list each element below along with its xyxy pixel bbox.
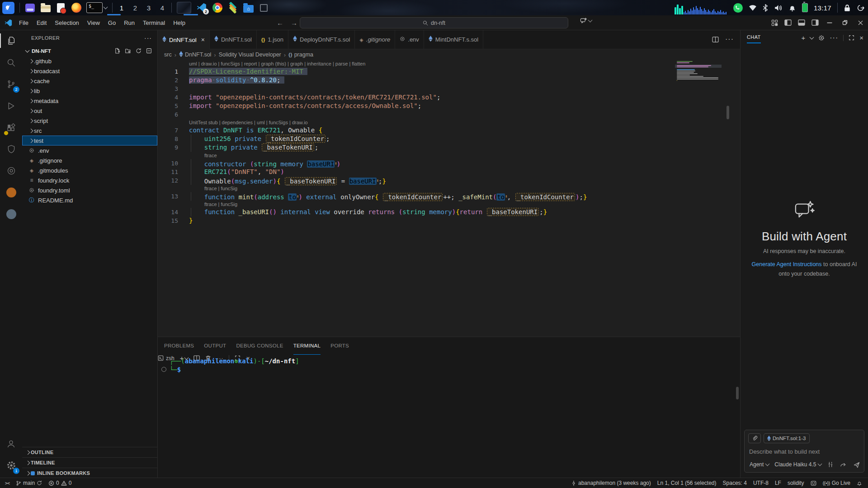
workspace-2[interactable]: 2: [131, 4, 139, 12]
chat-close-icon[interactable]: ×: [859, 34, 863, 42]
notifications-bell-icon[interactable]: [788, 4, 796, 12]
tab-DnNFT.sol[interactable]: DnNFT.sol×: [158, 30, 210, 49]
power-icon[interactable]: [857, 4, 864, 12]
extensions-icon[interactable]: [0, 117, 22, 138]
tree-item-out[interactable]: out: [22, 106, 157, 116]
new-file-icon[interactable]: [114, 48, 120, 54]
tree-item-lib[interactable]: lib: [22, 86, 157, 96]
project-section-header[interactable]: DN-NFT: [22, 46, 157, 56]
close-tab-icon[interactable]: ×: [201, 36, 205, 43]
panel-tab-terminal[interactable]: TERMINAL: [293, 337, 321, 355]
tree-item-broadcast[interactable]: broadcast: [22, 66, 157, 76]
search-icon[interactable]: [0, 52, 22, 73]
tree-item-.gitignore[interactable]: ◈.gitignore: [22, 155, 157, 165]
tree-item-foundry.lock[interactable]: ≡foundry.lock: [22, 175, 157, 185]
chat-input-placeholder[interactable]: Describe what to build next: [749, 448, 859, 455]
copilot-chat-button[interactable]: [580, 18, 592, 24]
workspace-3[interactable]: 3: [145, 4, 153, 12]
tree-item-cache[interactable]: cache: [22, 76, 157, 86]
menu-run[interactable]: Run: [120, 18, 139, 28]
split-editor-icon[interactable]: [712, 37, 719, 42]
status-lf[interactable]: LF: [772, 478, 784, 488]
extension-3-icon[interactable]: [0, 182, 22, 203]
new-folder-icon[interactable]: [125, 48, 131, 54]
tree-item-.github[interactable]: .github: [22, 56, 157, 66]
menu-help[interactable]: Help: [169, 18, 189, 28]
menu-terminal[interactable]: Terminal: [139, 18, 169, 28]
breadcrumb-item[interactable]: DnNFT.sol: [179, 51, 211, 58]
chat-more-icon[interactable]: ···: [830, 34, 838, 42]
chat-settings-gear-icon[interactable]: [818, 35, 825, 41]
sidebar-more-icon[interactable]: ···: [144, 34, 152, 42]
status-feedback[interactable]: [807, 478, 820, 488]
terminal[interactable]: ┌──(abanaphilemon⊛kali)-[~/dn-nft]└─$: [158, 357, 736, 478]
remote-indicator[interactable]: ><: [2, 478, 13, 488]
model-picker[interactable]: Claude Haiku 4.5: [773, 460, 823, 469]
tree-item-.gitmodules[interactable]: ◈.gitmodules: [22, 165, 157, 175]
tab-.env[interactable]: .env: [395, 30, 424, 49]
breadcrumb-item[interactable]: src: [164, 52, 172, 58]
close-icon[interactable]: [853, 15, 868, 30]
customize-layout-icon[interactable]: [768, 15, 781, 30]
battery-icon[interactable]: [802, 3, 808, 12]
chrome-icon[interactable]: [212, 3, 222, 13]
chat-input[interactable]: DnNFT.sol:1-3 Describe what to build nex…: [744, 430, 864, 473]
minimize-icon[interactable]: [822, 15, 837, 30]
terminal-scrollbar[interactable]: [736, 387, 739, 399]
mode-picker[interactable]: Agent: [748, 460, 770, 469]
collapse-all-icon[interactable]: [146, 48, 152, 54]
tab-MintDnNFT.s.sol[interactable]: MintDnNFT.s.sol: [424, 30, 483, 49]
panel-tab-problems[interactable]: PROBLEMS: [164, 337, 194, 355]
home-folder-icon[interactable]: ⌂: [243, 3, 254, 13]
command-center-search[interactable]: dn-nft: [300, 17, 568, 28]
toggle-panel-icon[interactable]: [795, 15, 808, 30]
firefox-icon[interactable]: [71, 3, 81, 13]
folder-icon[interactable]: [40, 3, 51, 13]
terminal-launcher[interactable]: $_: [86, 2, 107, 13]
menu-view[interactable]: View: [83, 18, 104, 28]
window-thumbnail[interactable]: [177, 2, 191, 14]
bluetooth-icon[interactable]: [763, 4, 768, 12]
tree-item-test[interactable]: test: [22, 136, 157, 145]
status-spaces-4[interactable]: Spaces: 4: [720, 478, 750, 488]
tab-DeployDnNFT.s.sol[interactable]: DeployDnNFT.s.sol: [288, 30, 355, 49]
codelens[interactable]: UnitTest stub | dependencies | uml | fun…: [158, 119, 740, 126]
panel-tab-debug-console[interactable]: DEBUG CONSOLE: [236, 337, 283, 355]
codelens[interactable]: ftrace | funcSig: [158, 201, 740, 208]
generate-instructions-link[interactable]: Generate Agent Instructions: [752, 261, 822, 267]
status-bell[interactable]: [854, 478, 865, 488]
send-icon[interactable]: [853, 461, 860, 468]
kali-menu-icon[interactable]: [2, 2, 14, 14]
lock-icon[interactable]: [844, 4, 851, 12]
workspace-4[interactable]: 4: [158, 4, 166, 12]
menu-selection[interactable]: Selection: [51, 18, 83, 28]
tree-item-foundry.toml[interactable]: foundry.toml: [22, 185, 157, 195]
codelens[interactable]: uml | draw.io | funcSigs | report | grap…: [158, 60, 740, 67]
extension-1-icon[interactable]: [0, 138, 22, 160]
status-utf-8[interactable]: UTF-8: [750, 478, 772, 488]
context-chip[interactable]: DnNFT.sol:1-3: [764, 433, 810, 443]
run-debug-icon[interactable]: [0, 95, 22, 117]
git-branch-item[interactable]: main: [13, 478, 45, 488]
chat-tab[interactable]: CHAT: [747, 34, 761, 42]
toggle-sidebar-icon[interactable]: [781, 15, 795, 30]
source-control-icon[interactable]: 2: [0, 73, 22, 95]
breadcrumb-item[interactable]: {}pragma: [288, 52, 313, 58]
tree-item-README.md[interactable]: ⓘREADME.md: [22, 195, 157, 205]
tree-item-metadata[interactable]: metadata: [22, 96, 157, 106]
file-manager-icon[interactable]: [25, 3, 35, 13]
menu-edit[interactable]: Edit: [33, 18, 51, 28]
chevron-down-icon[interactable]: [104, 5, 108, 9]
tray-app-icon[interactable]: [259, 3, 269, 13]
volume-icon[interactable]: [774, 4, 783, 12]
status-solidity[interactable]: solidity: [784, 478, 807, 488]
toggle-secondary-sidebar-icon[interactable]: [808, 15, 822, 30]
attach-paperclip-icon[interactable]: [748, 433, 761, 443]
code-editor[interactable]: uml | draw.io | funcSigs | report | grap…: [158, 60, 740, 337]
accounts-icon[interactable]: [0, 433, 22, 455]
status-ln-1-col-1-56-selected-[interactable]: Ln 1, Col 1 (56 selected): [654, 478, 720, 488]
new-chat-icon[interactable]: +: [801, 34, 805, 42]
explorer-icon[interactable]: [0, 30, 22, 52]
restore-icon[interactable]: [837, 15, 853, 30]
tree-item-src[interactable]: src: [22, 126, 157, 136]
